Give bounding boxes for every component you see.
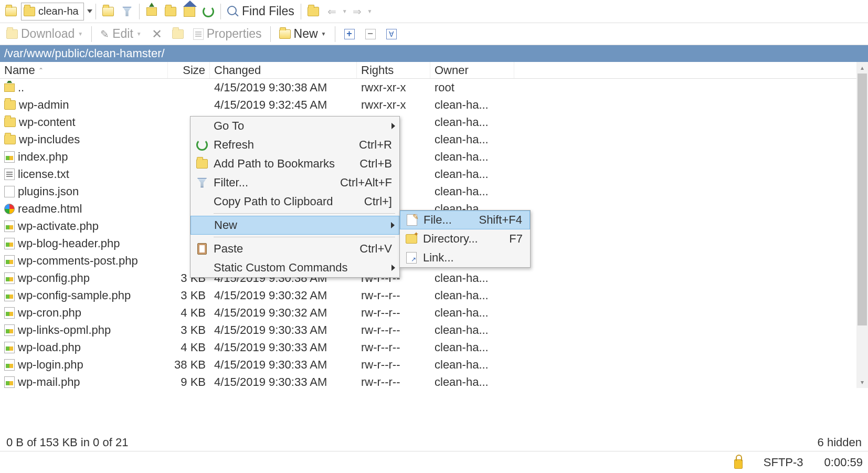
nav-forward-button[interactable]: ⇒ [348,3,366,20]
edit-button[interactable]: ✎ Edit ▼ [97,25,145,43]
menu-label: Add Path to Bookmarks [214,157,359,171]
menu-shortcut: Shift+F4 [479,213,522,227]
file-rights: rw-r--r-- [357,341,430,354]
file-row[interactable]: license.txt 20 clean-ha... [0,165,868,183]
menu-item-new[interactable]: New [190,216,399,235]
file-row[interactable]: wp-mail.php 9 KB 4/15/2019 9:30:33 AM rw… [0,373,868,391]
menu-item-filter[interactable]: Filter... Ctrl+Alt+F [190,173,399,192]
new-button[interactable]: New ▼ [276,25,330,43]
nav-up-button[interactable] [143,3,161,20]
dropdown-arrow-icon[interactable] [85,9,92,13]
find-files-button[interactable]: Find Files [224,3,298,20]
file-name: wp-config.php [18,271,90,285]
menu-item-static-custom-commands[interactable]: Static Custom Commands [190,258,399,277]
folder-icon [4,100,16,110]
menu-item-link[interactable]: Link... [400,248,530,267]
file-name: wp-content [19,115,76,129]
menu-icon-slot [400,234,423,244]
file-name-cell: index.php [0,150,168,164]
file-changed: 4/15/2019 9:30:33 AM [210,323,357,337]
file-owner: clean-ha... [430,150,514,164]
file-row[interactable]: .. 4/15/2019 9:30:38 AM rwxr-xr-x root [0,79,868,96]
file-row[interactable]: plugins.json clean-ha... [0,183,868,200]
file-row[interactable]: wp-links-opml.php 3 KB 4/15/2019 9:30:33… [0,321,868,339]
file-name-cell: plugins.json [0,185,168,198]
delete-button[interactable]: ✕ [148,25,166,43]
file-row[interactable]: wp-config-sample.php 3 KB 4/15/2019 9:30… [0,287,868,304]
file-owner: clean-ha... [430,306,514,320]
column-name-label: Name [4,64,35,77]
menu-shortcut: Ctrl+B [359,157,392,171]
file-row[interactable]: wp-content clean-ha... [0,113,868,131]
menu-item-refresh[interactable]: Refresh Ctrl+R [190,135,399,154]
close-icon: ✕ [152,27,162,41]
file-name: wp-load.php [18,341,81,354]
location-combobox[interactable]: clean-ha [21,3,84,20]
deselect-button[interactable]: − [362,25,379,43]
file-row[interactable]: wp-login.php 38 KB 4/15/2019 9:30:33 AM … [0,356,868,373]
find-files-label: Find Files [242,4,294,18]
submenu-arrow-icon [391,265,395,271]
refresh-button[interactable] [199,3,217,20]
open-session-icon[interactable] [2,3,20,20]
nav-back-button[interactable]: ⇐ [323,3,341,20]
scroll-thumb[interactable] [858,73,867,325]
column-owner[interactable]: Owner [430,62,514,78]
menu-item-copy-path-to-clipboard[interactable]: Copy Path to Clipboard Ctrl+] [190,192,399,211]
select-button[interactable]: + [341,25,358,43]
download-button[interactable]: Download ▼ [3,25,86,43]
column-size[interactable]: Size [168,62,210,78]
file-row[interactable]: wp-cron.php 4 KB 4/15/2019 9:30:32 AM rw… [0,304,868,321]
menu-item-add-path-to-bookmarks[interactable]: Add Path to Bookmarks Ctrl+B [190,154,399,173]
separator [91,26,92,42]
file-name: wp-admin [19,98,69,112]
menu-item-paste[interactable]: Paste Ctrl+V [190,239,399,258]
scroll-down-icon[interactable]: ▾ [856,376,868,388]
file-name: wp-login.php [18,358,83,372]
nav-folder-button[interactable] [162,3,179,20]
php-icon [4,220,15,232]
path-bar[interactable]: /var/www/public/clean-hamster/ [0,45,868,62]
file-row[interactable]: wp-config.php 3 KB 4/15/2019 9:30:38 AM … [0,269,868,287]
scroll-up-icon[interactable]: ▴ [856,62,868,73]
file-changed: 4/15/2019 9:30:32 AM [210,306,357,320]
menu-shortcut: Ctrl+] [364,195,392,208]
vertical-scrollbar[interactable]: ▴ ▾ [856,62,868,388]
menu-item-directory[interactable]: Directory... F7 [400,229,530,248]
parent-dir-button[interactable] [99,3,117,20]
file-name: wp-comments-post.php [18,254,138,268]
php-icon [4,272,15,284]
file-rights: rw-r--r-- [357,323,430,337]
transfer-settings-button[interactable] [304,3,322,20]
context-submenu-new: File... Shift+F4 Directory... F7 Link... [399,210,531,268]
rename-button[interactable] [169,25,187,43]
arrow-left-icon: ⇐ [327,5,336,18]
file-owner: clean-ha... [430,323,514,337]
properties-button[interactable]: Properties [190,25,265,43]
filter-button[interactable] [118,3,136,20]
chevron-down-icon[interactable]: ▼ [367,8,373,14]
menu-item-file[interactable]: File... Shift+F4 [400,211,530,229]
file-row[interactable]: wp-includes clean-ha... [0,131,868,148]
menu-item-go-to[interactable]: Go To [190,117,399,135]
download-label: Download [21,27,75,41]
column-name[interactable]: Name⌃ [0,62,168,78]
context-menu: Go To Refresh Ctrl+R Add Path to Bookmar… [190,116,400,278]
toolbar-actions: Download ▼ ✎ Edit ▼ ✕ Properties New ▼ +… [0,23,868,45]
file-row[interactable]: index.php clean-ha... [0,148,868,165]
column-rights[interactable]: Rights [357,62,430,78]
file-name: wp-cron.php [18,306,81,320]
file-rights: rw-r--r-- [357,306,430,320]
toolbar-main: clean-ha Find Files ⇐ ▼ ⇒ ▼ [0,0,868,23]
file-name-cell: wp-mail.php [0,375,168,389]
menu-label: Link... [423,251,523,265]
file-row[interactable]: wp-admin 4/15/2019 9:32:45 AM rwxr-xr-x … [0,96,868,113]
file-owner: clean-ha... [430,115,514,129]
invert-button[interactable]: ∀ [383,25,400,43]
paste-icon [197,243,207,255]
menu-icon-slot [400,252,423,264]
home-button[interactable] [181,3,198,20]
chevron-down-icon[interactable]: ▼ [342,8,347,14]
file-row[interactable]: wp-load.php 4 KB 4/15/2019 9:30:33 AM rw… [0,339,868,356]
column-changed[interactable]: Changed [210,62,357,78]
